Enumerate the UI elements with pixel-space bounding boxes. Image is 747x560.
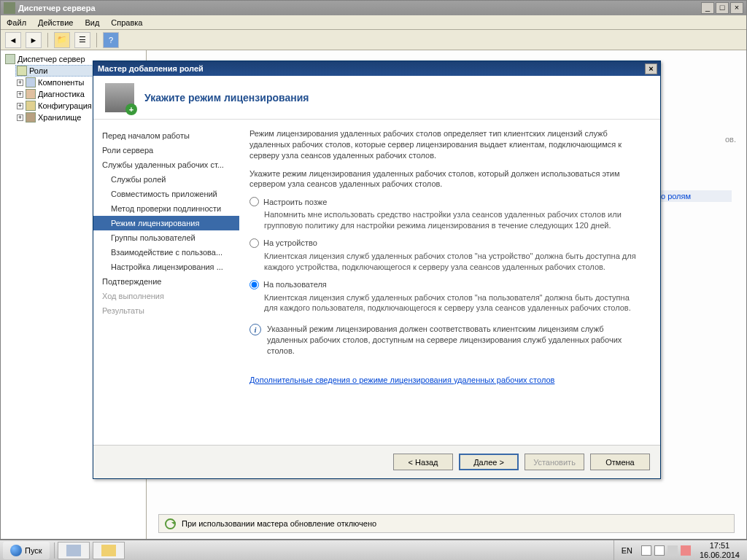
desc-configure-later: Напомнить мне использовать средство наст…: [264, 209, 644, 231]
radio-configure-later[interactable]: Настроить позже: [249, 197, 644, 206]
info-note: i Указанный режим лицензирования должен …: [249, 324, 644, 357]
radio-per-user[interactable]: На пользователя: [249, 280, 644, 289]
content-truncated-text: ов.: [725, 135, 736, 144]
nav-app-compat[interactable]: Совместимость приложений: [93, 187, 239, 201]
task-server-manager[interactable]: [58, 542, 90, 559]
task-explorer[interactable]: [93, 542, 125, 559]
nav-before-begin[interactable]: Перед началом работы: [93, 128, 239, 143]
nav-confirm[interactable]: Подтверждение: [93, 274, 239, 289]
menu-help[interactable]: Справка: [111, 18, 142, 27]
status-text: При использовании мастера обновление отк…: [182, 519, 376, 528]
nav-rds[interactable]: Службы удаленных рабочих ст...: [93, 158, 239, 172]
nav-progress: Ход выполнения: [93, 289, 239, 303]
properties-button[interactable]: ☰: [74, 32, 90, 48]
nav-licensing-config[interactable]: Настройка лицензирования ...: [93, 260, 239, 274]
clock-time: 17:51: [700, 541, 740, 550]
by-roles-link[interactable]: по ролям: [654, 190, 732, 202]
intro-text-2: Укажите режим лицензирования удаленных р…: [249, 168, 644, 190]
window-title: Диспетчер сервера: [18, 4, 701, 12]
menubar: Файл Действие Вид Справка: [1, 15, 746, 30]
wizard-footer: < Назад Далее > Установить Отмена: [93, 445, 660, 478]
nav-auth-method[interactable]: Метод проверки подлинности: [93, 201, 239, 216]
intro-text-1: Режим лицензирования удаленных рабочих с…: [249, 128, 644, 161]
menu-file[interactable]: Файл: [7, 18, 26, 27]
maximize-button[interactable]: □: [716, 2, 729, 14]
nav-server-roles[interactable]: Роли сервера: [93, 143, 239, 158]
nav-role-services[interactable]: Службы ролей: [93, 172, 239, 187]
dialog-title: Мастер добавления ролей: [96, 64, 645, 73]
dialog-titlebar[interactable]: Мастер добавления ролей ×: [93, 61, 660, 76]
tray-network-icon[interactable]: [667, 545, 678, 556]
dialog-heading: Укажите режим лицензирования: [144, 92, 309, 104]
start-button[interactable]: Пуск: [3, 542, 50, 559]
wizard-nav: Перед началом работы Роли сервера Службы…: [93, 120, 239, 445]
nav-user-groups[interactable]: Группы пользователей: [93, 230, 239, 245]
wizard-content: Режим лицензирования удаленных рабочих с…: [239, 120, 660, 445]
forward-button[interactable]: ►: [26, 32, 42, 48]
nav-client-experience[interactable]: Взаимодействие с пользова...: [93, 245, 239, 260]
folder-button[interactable]: 📁: [54, 32, 70, 48]
language-indicator[interactable]: EN: [619, 546, 635, 555]
nav-results: Результаты: [93, 303, 239, 318]
wizard-icon: [105, 83, 134, 112]
app-icon: [4, 2, 15, 14]
clock-date: 16.06.2014: [700, 551, 740, 559]
learn-more-link[interactable]: Дополнительные сведения о режиме лицензи…: [249, 376, 554, 384]
system-tray: EN 17:51 16.06.2014: [614, 540, 747, 560]
desc-per-user: Клиентская лицензия служб удаленных рабо…: [264, 292, 644, 314]
tray-action-center-icon[interactable]: [654, 545, 665, 556]
nav-licensing-mode[interactable]: Режим лицензирования: [93, 216, 239, 230]
info-text: Указанный режим лицензирования должен со…: [267, 324, 644, 357]
licensing-mode-radio-group: Настроить позже Напомнить мне использова…: [249, 197, 644, 314]
taskbar: Пуск EN 17:51 16.06.2014: [0, 540, 747, 560]
menu-action[interactable]: Действие: [38, 18, 73, 27]
dialog-header: Укажите режим лицензирования: [93, 76, 660, 120]
install-button: Установить: [525, 454, 584, 470]
windows-orb-icon: [10, 545, 22, 556]
cancel-button[interactable]: Отмена: [590, 454, 650, 470]
minimize-button[interactable]: _: [701, 2, 714, 14]
info-icon: i: [249, 324, 261, 335]
menu-view[interactable]: Вид: [85, 18, 99, 27]
dialog-close-button[interactable]: ×: [645, 63, 657, 74]
help-button[interactable]: ?: [103, 32, 119, 48]
next-button[interactable]: Далее >: [459, 454, 519, 470]
status-bar: При использовании мастера обновление отк…: [158, 514, 735, 533]
toolbar: ◄ ► 📁 ☰ ?: [1, 30, 746, 50]
refresh-icon: [165, 518, 176, 529]
close-button[interactable]: ×: [730, 2, 743, 14]
tray-volume-icon[interactable]: [681, 545, 691, 556]
start-label: Пуск: [25, 546, 42, 555]
tray-flag-icon[interactable]: [641, 545, 651, 556]
back-button[interactable]: < Назад: [393, 454, 453, 470]
clock[interactable]: 17:51 16.06.2014: [697, 541, 743, 559]
main-titlebar[interactable]: Диспетчер сервера _ □ ×: [1, 1, 746, 15]
add-roles-wizard: Мастер добавления ролей × Укажите режим …: [93, 61, 661, 479]
back-button[interactable]: ◄: [5, 32, 21, 48]
radio-per-device[interactable]: На устройство: [249, 238, 644, 248]
desc-per-device: Клиентская лицензия служб удаленных рабо…: [264, 251, 644, 273]
